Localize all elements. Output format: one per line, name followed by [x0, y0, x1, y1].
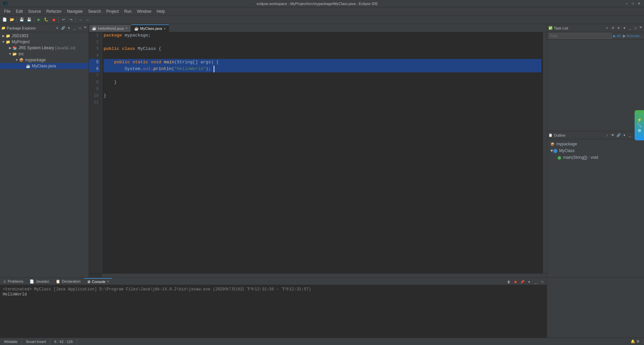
toolbar-save[interactable]: 💾 [18, 16, 25, 23]
task-refresh-icon[interactable]: ↺ [610, 25, 615, 31]
tab-javadoc[interactable]: 📄 Javadoc [26, 278, 52, 285]
toolbar-open[interactable]: 📂 [9, 16, 15, 23]
tree-item-src[interactable]: ▼ 📂 src [0, 51, 89, 57]
outline-minimize-icon[interactable]: _ [627, 133, 633, 138]
console-maximize-btn[interactable]: □ [539, 279, 545, 285]
menu-project[interactable]: Project [104, 8, 121, 14]
menu-search[interactable]: Search [86, 8, 104, 14]
task-list-content [547, 40, 644, 131]
outline-sort-icon[interactable]: ↕ [604, 133, 610, 138]
close-button[interactable]: ✕ [637, 1, 641, 6]
task-maximize-icon[interactable]: □ [633, 25, 638, 31]
tab-console[interactable]: 🖥 Console ✕ [84, 278, 112, 285]
window-controls[interactable]: ─ □ ✕ [625, 1, 641, 6]
line-num-4: 4 [89, 52, 100, 59]
tree-item-myclass[interactable]: ☕ MyClass.java [0, 63, 89, 69]
helloworld-tab-icon: ☕ [92, 26, 97, 30]
toolbar-sep-1 [17, 17, 17, 23]
menu-edit[interactable]: Edit [13, 8, 25, 14]
tree-item-mypackage[interactable]: ▼ 📦 mypackage [0, 57, 89, 63]
view-menu-icon[interactable]: ▾ [66, 25, 71, 31]
outline-link-icon[interactable]: 🔗 [616, 133, 621, 138]
task-menu-icon[interactable]: ▾ [622, 25, 627, 31]
task-list-toolbar: + ↺ ✕ ▾ _ □ ✕ [604, 25, 643, 31]
menu-refactor[interactable]: Refactor [44, 8, 64, 14]
task-new-icon[interactable]: + [604, 25, 610, 31]
toolbar-stop[interactable]: ⏹ [50, 16, 57, 23]
outline-package-icon: 📦 [550, 141, 555, 147]
tab-declaration[interactable]: 📋 Declaration [53, 278, 84, 285]
minimize-button[interactable]: ─ [625, 1, 629, 6]
console-tab-icon: 🖥 [87, 280, 91, 284]
myclass-tab-icon: ☕ [134, 26, 139, 31]
console-menu-btn[interactable]: ▾ [526, 279, 532, 285]
toolbar-new[interactable]: 📄 [1, 16, 8, 23]
hscroll-bar[interactable] [102, 274, 543, 277]
close-panel-icon[interactable]: ✕ [83, 25, 87, 31]
maximize-button[interactable]: □ [631, 1, 635, 6]
toolbar-run[interactable]: ▶ [36, 16, 42, 23]
line-num-3: 3 [89, 46, 100, 52]
task-list-title: Task List [554, 26, 604, 30]
console-minimize-btn[interactable]: _ [533, 279, 539, 285]
line-num-1: 1 [89, 32, 100, 39]
console-clear-btn[interactable]: 🗑 [506, 279, 512, 285]
editor-vertical-scrollbar[interactable] [543, 32, 547, 273]
notification-icons: 🔔 ⚙ [631, 339, 640, 344]
toolbar-undo[interactable]: ↩ [60, 16, 67, 23]
toolbar-save-all[interactable]: 💾 [26, 16, 33, 23]
code-line-10: } [104, 92, 541, 99]
tab-problems[interactable]: ⚠ Problems [0, 278, 26, 285]
task-find-input[interactable] [548, 33, 612, 39]
toolbar-sep-3 [58, 17, 59, 23]
console-tab-close[interactable]: ✕ [107, 280, 109, 283]
tree-label-myclass: MyClass.java [32, 64, 56, 68]
console-stop-btn[interactable]: ⏹ [513, 279, 519, 285]
menu-source[interactable]: Source [25, 8, 44, 14]
console-terminated-line: <terminated> MyClass [Java Application] … [3, 286, 544, 292]
menu-run[interactable]: Run [121, 8, 134, 14]
outline-class-icon: ⬤ [552, 148, 558, 153]
toolbar-redo[interactable]: ↪ [67, 16, 74, 23]
editor-horizontal-scroll[interactable] [89, 273, 547, 277]
maximize-panel-icon[interactable]: □ [77, 25, 83, 31]
toolbar-next[interactable]: → [77, 16, 84, 23]
menu-file[interactable]: File [1, 8, 13, 14]
javadoc-tab-label: Javadoc [36, 279, 49, 283]
menu-help[interactable]: Help [154, 8, 168, 14]
task-activate-link[interactable]: Activate... [627, 34, 643, 38]
outline-title: Outline [554, 133, 604, 137]
tab-myclass[interactable]: ☕ MyClass.java ✕ [131, 24, 169, 32]
toolbar-debug[interactable]: 🐛 [43, 16, 50, 23]
menu-navigate[interactable]: Navigate [64, 8, 85, 14]
outline-item-myclass[interactable]: ▼ ⬤ MyClass [550, 147, 641, 154]
console-pin-btn[interactable]: 📌 [519, 279, 525, 285]
tree-item-jsd1903[interactable]: ▶ 📁 JSD1903 [0, 33, 89, 39]
code-content[interactable]: package mypackage; public class MyClass … [102, 32, 543, 273]
tab-helloworld[interactable]: ☕ HelloWorld.java ✕ [89, 24, 131, 32]
status-position: 6 : 42 : 126 [50, 338, 77, 345]
toolbar-prev[interactable]: ← [85, 16, 91, 23]
floating-action-btn[interactable]: ⚡ 🔧 ⚙ [635, 110, 644, 140]
project-icon-jsd1903: 📁 [5, 33, 11, 39]
outline-item-mypackage[interactable]: 📦 mypackage [550, 141, 641, 147]
outline-hide-icon[interactable]: 👁 [610, 133, 615, 138]
code-editor-wrap: 1 2 3 4 5 6 7 8 9 10 11 [89, 32, 547, 277]
myclass-tab-label: MyClass.java [140, 26, 162, 30]
minimize-panel-icon[interactable]: _ [72, 25, 77, 31]
outline-menu-icon[interactable]: ▾ [622, 133, 627, 138]
tree-item-myproject[interactable]: ▼ 📁 MyProject [0, 39, 89, 45]
smart-insert-label: Smart Insert [26, 340, 46, 344]
collapse-all-icon[interactable]: ≡ [55, 25, 60, 31]
link-with-editor-icon[interactable]: 🔗 [60, 25, 66, 31]
task-delete-icon[interactable]: ✕ [616, 25, 621, 31]
task-close-icon[interactable]: ✕ [639, 25, 643, 31]
outline-label-myclass: MyClass [559, 148, 575, 153]
outline-item-main[interactable]: ⬤ main(String[]) : void [550, 154, 641, 161]
helloworld-tab-close[interactable]: ✕ [125, 26, 128, 30]
myclass-tab-close[interactable]: ✕ [163, 27, 166, 30]
task-all-link[interactable]: ▶ All [612, 34, 622, 38]
menu-window[interactable]: Window [134, 8, 154, 14]
tree-item-jre[interactable]: ▶ 📚 JRE System Library [JavaSE-14] [0, 45, 89, 51]
task-minimize-icon[interactable]: _ [627, 25, 633, 31]
